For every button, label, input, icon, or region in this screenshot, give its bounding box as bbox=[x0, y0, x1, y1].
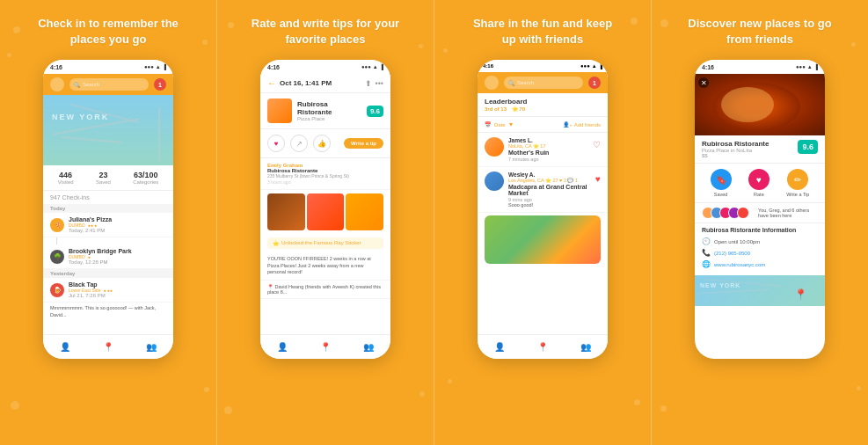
signal-icon-3: ●●● bbox=[580, 63, 590, 69]
checkin-blacktap[interactable]: 🍺 Black Tap Lower East Side ● ●● Jul 21,… bbox=[43, 278, 173, 303]
avatar-small-3 bbox=[485, 76, 499, 90]
nav-friends-icon[interactable]: 👥 bbox=[142, 339, 160, 356]
bottom-nav-2: 👤 📍 👥 bbox=[260, 334, 390, 359]
more-icon[interactable]: ••• bbox=[376, 79, 383, 88]
info-website[interactable]: 🌐 www.rubirosanyc.com bbox=[702, 259, 818, 270]
info-hours: 🕙 Open until 10:00pm bbox=[702, 236, 818, 247]
leaderboard-header: Leaderboard 3rd of 13 ⭐ 70 bbox=[478, 93, 608, 117]
wesley-activity: Sooo good! bbox=[508, 202, 591, 208]
search-bar-3[interactable]: 🔍 Search bbox=[504, 77, 583, 89]
search-bar[interactable]: 🔍 Search bbox=[69, 78, 149, 91]
action-rate[interactable]: ♥ Rate bbox=[748, 169, 770, 197]
write-tip-button[interactable]: Write a tip bbox=[344, 138, 383, 149]
like-icon[interactable]: ♥ bbox=[267, 135, 285, 152]
share-icon[interactable]: ↗ bbox=[290, 135, 308, 152]
search-icon: 🔍 bbox=[74, 82, 80, 88]
panel-friends: Share in the fun and keep up with friend… bbox=[434, 0, 651, 445]
mini-map[interactable]: NEW YORK 📍 bbox=[695, 275, 825, 306]
checkin-brooklyn[interactable]: 🌳 Brooklyn Bridge Park DUMBO ● Today, 12… bbox=[43, 244, 173, 269]
place-type-2: Pizza Place bbox=[297, 116, 361, 121]
status-bar-2: 4:16 ●●● ▲ ▐ bbox=[260, 60, 390, 74]
phone-screen-3: 4:16 ●●● ▲ ▐ 🔍 Search 1 Leaderboard bbox=[478, 60, 608, 359]
nav-friends-icon-3[interactable]: 👥 bbox=[577, 339, 594, 356]
friend-avatar-james bbox=[485, 137, 504, 157]
heart-icon-james[interactable]: ♡ bbox=[593, 140, 601, 150]
action-save[interactable]: 🔖 Saved bbox=[711, 169, 732, 197]
rating-badge-4: 9.6 bbox=[798, 140, 818, 154]
thumbsup-icon[interactable]: 👍 bbox=[313, 135, 331, 152]
phone-screen-1: 4:16 ●●● ▲ ▐ 🔍 Search 1 NEW YORK bbox=[43, 60, 173, 359]
decor-dot bbox=[224, 406, 232, 414]
decor-dot bbox=[660, 19, 668, 27]
phone-screen-4: 4:16 ●●● ▲ ▐ ✕ Rubirosa Ristor bbox=[695, 60, 825, 359]
nav-location-icon-3[interactable]: 📍 bbox=[534, 339, 551, 356]
friend-item-wesley[interactable]: Wesley A. Los Angeles, CA ⭐ 27 ♥ 2 💬 1 M… bbox=[478, 167, 608, 213]
been-here-text: You, Greg, and 6 others have been here bbox=[758, 208, 818, 218]
rating-badge-2: 9.6 bbox=[367, 106, 383, 117]
blacktap-note: Mmmmmmmm. This is so goooood! — with Jac… bbox=[43, 303, 173, 320]
status-time: 4:16 bbox=[50, 64, 62, 70]
website-url: www.rubirosanyc.com bbox=[714, 262, 765, 267]
brooklyn-time: Today, 12:28 PM bbox=[69, 259, 166, 265]
place-info: Rubirosa Ristorante Pizza Place bbox=[297, 100, 361, 121]
panel2-title: Rate and write tips for your favorite pl… bbox=[251, 16, 400, 47]
decor-dot bbox=[419, 391, 425, 397]
phone-screen-2: 4:16 ●●● ▲ ▐ ← Oct 16, 1:41 PM ⬆ ••• bbox=[260, 60, 390, 359]
battery-icon: ▐ bbox=[163, 64, 166, 69]
info-section: Rubirosa Ristorante Information 🕙 Open u… bbox=[695, 223, 825, 274]
james-place: Mother's Ruin bbox=[508, 150, 588, 156]
battery-icon-3: ▐ bbox=[599, 63, 602, 69]
filter-date-button[interactable]: Date bbox=[494, 122, 506, 128]
battery-icon-2: ▐ bbox=[380, 64, 383, 69]
friend-wesley-meta: Los Angeles, CA ⭐ 27 ♥ 2 💬 1 bbox=[508, 178, 591, 183]
add-person-icon: 👤+ bbox=[563, 121, 573, 128]
action-write-tip[interactable]: ✏ Write a Tip bbox=[786, 169, 809, 197]
add-friends-button[interactable]: 👤+ Add friends bbox=[563, 121, 601, 128]
map-road bbox=[61, 136, 122, 143]
day-label-today: Today bbox=[43, 204, 173, 213]
checkin-icon-pizza: 🍕 bbox=[50, 218, 64, 232]
lb-points: ⭐ 70 bbox=[512, 106, 525, 112]
day-label-yesterday: Yesterday bbox=[43, 269, 173, 278]
checkin-blacktap-info: Black Tap Lower East Side ● ●● Jul 21, 7… bbox=[69, 281, 166, 298]
nav-bar-1: 🔍 Search 1 bbox=[43, 74, 173, 95]
status-icons-2: ●●● ▲ ▐ bbox=[361, 64, 383, 69]
nav-profile-icon-3[interactable]: 👤 bbox=[491, 339, 508, 356]
juliana-time: Today, 2:41 PM bbox=[69, 228, 166, 233]
decor-dot bbox=[7, 53, 11, 57]
james-time: 7 minutes ago bbox=[508, 157, 588, 162]
search-placeholder-3: Search bbox=[517, 80, 534, 85]
decor-dot bbox=[857, 386, 861, 390]
checkin-juliana[interactable]: 🍕 Juliana's Pizza DUMBO ●● ● Today, 2:41… bbox=[43, 213, 173, 237]
decor-dot bbox=[204, 387, 209, 392]
food-icon: 🍺 bbox=[54, 287, 62, 294]
nav-friends-icon-2[interactable]: 👥 bbox=[360, 339, 377, 356]
food-image-1 bbox=[267, 193, 305, 230]
nav-profile-icon-2[interactable]: 👤 bbox=[274, 339, 291, 356]
nav-location-icon-2[interactable]: 📍 bbox=[317, 339, 334, 356]
tip-item-1: Emily Graham Rubirosa Ristorante 235 Mul… bbox=[260, 158, 390, 190]
search-placeholder: Search bbox=[83, 82, 99, 87]
nav-profile-icon[interactable]: 👤 bbox=[56, 339, 74, 356]
upload-icon[interactable]: ⬆ bbox=[365, 79, 372, 88]
heart-icon-wesley[interactable]: ♥ bbox=[595, 174, 601, 184]
panel-discover: Discover new places to go from friends 4… bbox=[651, 0, 868, 445]
wesley-place: Madcapra at Grand Central Market bbox=[508, 184, 591, 196]
map-road bbox=[158, 108, 160, 161]
info-phone[interactable]: 📞 (212) 965-0500 bbox=[702, 247, 818, 259]
wifi-icon-2: ▲ bbox=[373, 64, 378, 69]
friend-wesley-content: Wesley A. Los Angeles, CA ⭐ 27 ♥ 2 💬 1 M… bbox=[508, 171, 591, 208]
map-area: NEW YORK bbox=[43, 95, 173, 165]
tip-images bbox=[260, 190, 390, 234]
friend-avatar-wesley bbox=[485, 171, 504, 191]
wifi-icon-4: ▲ bbox=[807, 64, 813, 69]
wifi-icon-3: ▲ bbox=[592, 63, 597, 69]
stat-label-cat: Categories bbox=[133, 179, 158, 185]
nav-location-icon[interactable]: 📍 bbox=[99, 339, 117, 356]
timeline-connector bbox=[56, 237, 57, 244]
place-hero-image: ✕ bbox=[695, 74, 825, 135]
james-points: ⭐ 17 bbox=[533, 143, 546, 149]
mini-avatar-5 bbox=[737, 207, 749, 219]
friend-item-james[interactable]: James L. NoLita, CA ⭐ 17 Mother's Ruin 7… bbox=[478, 133, 608, 167]
back-arrow[interactable]: ← bbox=[267, 78, 276, 88]
